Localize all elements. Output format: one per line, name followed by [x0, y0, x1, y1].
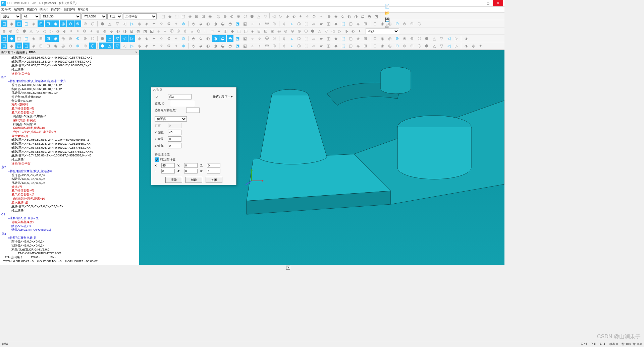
toolbar-icon[interactable]: ◉: [52, 20, 59, 27]
toolbar-icon[interactable]: ✦: [68, 28, 74, 34]
toolbar-icon[interactable]: △: [28, 28, 34, 34]
clear-button[interactable]: 清除: [165, 177, 182, 183]
toolbar-icon[interactable]: ⌖: [88, 28, 95, 34]
toolbar-icon[interactable]: ◁: [329, 28, 336, 34]
menu-edit[interactable]: 编辑(E): [14, 7, 24, 12]
toolbar-icon[interactable]: ⊗: [74, 35, 81, 42]
toolbar-icon[interactable]: ◈: [186, 13, 193, 20]
toolbar-icon[interactable]: ⬗: [463, 43, 469, 49]
toolbar-icon[interactable]: ▽: [114, 20, 120, 27]
toolbar-icon[interactable]: ◑: [212, 20, 219, 27]
toolbar-icon[interactable]: ⬚: [202, 28, 209, 34]
toolbar-icon[interactable]: ◁: [121, 35, 128, 42]
toolbar-icon[interactable]: ⊚: [95, 28, 101, 34]
toolbar-icon[interactable]: ◁: [445, 43, 452, 49]
toolbar-icon[interactable]: ⬡: [303, 28, 309, 34]
toolbar-icon[interactable]: ◒: [128, 28, 135, 34]
toolbar-icon[interactable]: ⬚: [303, 35, 310, 42]
toolbar-icon[interactable]: ◉: [379, 43, 386, 49]
menu-insert[interactable]: 插入(I): [40, 7, 49, 12]
toolbar-icon[interactable]: ⬚: [303, 20, 310, 27]
toolbar-icon[interactable]: ⊡: [200, 13, 207, 20]
toolbar-icon[interactable]: ⬡: [89, 43, 96, 49]
toolbar-icon[interactable]: ▢: [347, 43, 354, 49]
toolbar-icon[interactable]: ⊖: [67, 43, 74, 49]
filter-select[interactable]: <无>: [366, 28, 399, 34]
toolbar-icon[interactable]: ⬔: [234, 20, 241, 27]
toolbar-icon[interactable]: ⊕: [82, 35, 89, 42]
toolbar-icon[interactable]: ▱: [209, 28, 215, 34]
menu-window[interactable]: 窗口(W): [64, 7, 75, 12]
toolbar-icon[interactable]: ▰: [318, 35, 324, 42]
close-dialog-button[interactable]: 关闭: [206, 177, 222, 183]
toolbar-icon[interactable]: ✧: [158, 20, 165, 27]
toolbar-icon[interactable]: ▽: [34, 28, 41, 34]
toolbar-icon[interactable]: ▷: [128, 43, 135, 49]
toolbar-icon[interactable]: ⬖: [350, 28, 356, 34]
coord-select[interactable]: A1: [21, 13, 40, 19]
toolbar-icon[interactable]: ⬚: [340, 43, 346, 49]
create-button[interactable]: 创建: [185, 177, 202, 183]
toolbar-icon[interactable]: ⊡: [45, 20, 52, 27]
toolbar-icon[interactable]: ⟁: [189, 28, 195, 34]
toolbar-icon[interactable]: ⬗: [136, 35, 143, 42]
toolbar-icon[interactable]: ◆: [332, 35, 339, 42]
toolbar-icon[interactable]: ⊕: [409, 20, 415, 27]
toolbar-icon[interactable]: ⬢: [423, 35, 430, 42]
toolbar-icon[interactable]: ⊡: [45, 35, 52, 42]
toolbar-icon[interactable]: ⊞: [38, 43, 44, 49]
toolbar-icon[interactable]: ⊖: [67, 35, 74, 42]
toolbar-icon[interactable]: ◐: [205, 43, 211, 49]
toolbar-icon[interactable]: ⬘: [190, 35, 197, 42]
toolbar-icon[interactable]: ⬖: [143, 20, 150, 27]
sort-dropdown-icon[interactable]: ▾: [231, 95, 233, 98]
theo-checkbox[interactable]: [155, 157, 159, 162]
toolbar-icon[interactable]: ⌖: [173, 20, 179, 27]
toolbar-icon[interactable]: ⌬: [195, 28, 202, 34]
toolbar-icon[interactable]: ⊞: [38, 35, 44, 42]
toolbar-icon[interactable]: ⬕: [148, 28, 155, 34]
toolbar-icon[interactable]: ⬡: [89, 20, 96, 27]
toolbar-icon[interactable]: ◫: [222, 28, 229, 34]
toolbar-icon[interactable]: ⊕: [409, 35, 415, 42]
toolbar-icon[interactable]: ✦: [151, 20, 157, 27]
toolbar-icon[interactable]: ⟠: [281, 35, 287, 42]
toolbar-icon[interactable]: ⬖: [290, 13, 297, 20]
toolbar-icon[interactable]: ◉: [52, 43, 59, 49]
toolbar-icon[interactable]: ⬔: [234, 35, 241, 42]
close-button[interactable]: ✕: [493, 0, 503, 6]
toolbar-icon[interactable]: ⊖: [222, 13, 228, 20]
toolbar-icon[interactable]: ⬢: [423, 43, 430, 49]
toolbar-icon[interactable]: ⊞: [256, 28, 262, 34]
toolbar-icon[interactable]: △: [316, 28, 323, 34]
theo-y[interactable]: [184, 163, 198, 168]
toolbar-icon[interactable]: ◈: [355, 43, 361, 49]
toolbar-icon[interactable]: ⬗: [463, 35, 469, 42]
toolbar-icon[interactable]: ⬡: [89, 35, 96, 42]
toolbar-icon[interactable]: ⊖: [394, 43, 400, 49]
toolbar-icon[interactable]: ⌖: [173, 43, 179, 49]
toolbar-icon[interactable]: ▽: [114, 35, 120, 42]
new-icon[interactable]: 📄: [384, 3, 390, 10]
lastn-input[interactable]: [186, 108, 200, 113]
toolbar-icon[interactable]: ◑: [212, 35, 219, 42]
toolbar-icon[interactable]: △: [106, 20, 113, 27]
toolbar-icon[interactable]: ⊕: [235, 13, 242, 20]
toolbar-icon[interactable]: ⊡: [372, 20, 378, 27]
toolbar-icon[interactable]: ⬚: [340, 35, 346, 42]
toolbar-icon[interactable]: ⬚: [15, 35, 22, 42]
toolbar-icon[interactable]: ⌬: [296, 43, 302, 49]
toolbar-icon[interactable]: ⌬: [296, 35, 302, 42]
toolbar-icon[interactable]: ⦿: [264, 43, 270, 49]
toolbar-icon[interactable]: ◐: [205, 20, 211, 27]
toolbar-icon[interactable]: ⦾: [271, 43, 278, 49]
toolbar-icon[interactable]: ⚙: [81, 28, 88, 34]
toolbar-icon[interactable]: ⊚: [180, 35, 187, 42]
toolbar-icon[interactable]: ⚙: [165, 43, 172, 49]
toolbar-icon[interactable]: ⚙: [165, 35, 172, 42]
toolbar-icon[interactable]: ▢: [347, 20, 354, 27]
toolbar-icon[interactable]: ⬔: [142, 28, 148, 34]
search-input[interactable]: [171, 101, 194, 106]
edit-content[interactable]: 触测/基本,<22.865,98.017,-2>,<-0.809017,-0.5…: [0, 55, 139, 265]
toolbar-icon[interactable]: ▢: [242, 28, 249, 34]
